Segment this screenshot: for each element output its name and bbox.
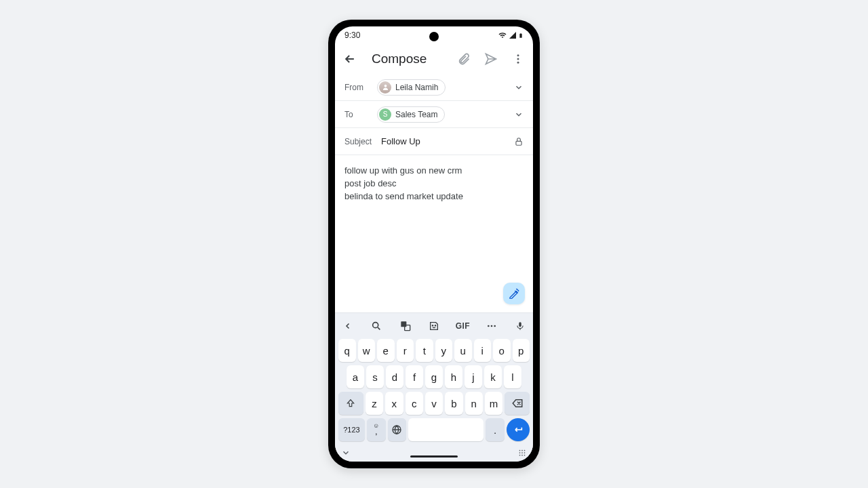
svg-point-3 <box>384 85 387 87</box>
sticker-icon <box>429 321 439 331</box>
kb-row-1: q w e r t y u i o p <box>338 339 530 362</box>
more-vertical-icon <box>512 53 524 65</box>
subject-row[interactable]: Subject Follow Up <box>335 128 533 155</box>
kb-gif[interactable]: GIF <box>454 318 471 334</box>
key-backspace[interactable] <box>505 392 530 415</box>
key-comma[interactable]: ☺ , <box>367 418 386 441</box>
kb-mic[interactable] <box>512 318 528 334</box>
chevron-down-icon <box>341 448 351 458</box>
magic-pen-icon <box>509 288 519 299</box>
phone-frame: 9:30 Compose From <box>328 20 540 468</box>
key-g[interactable]: g <box>425 365 443 388</box>
battery-icon <box>518 31 524 40</box>
key-q[interactable]: q <box>338 339 356 362</box>
key-o[interactable]: o <box>493 339 511 362</box>
back-button[interactable] <box>342 51 358 67</box>
key-x[interactable]: x <box>385 392 403 415</box>
key-k[interactable]: k <box>484 365 502 388</box>
chevron-left-icon <box>344 322 352 330</box>
nav-handle[interactable] <box>410 455 458 458</box>
svg-point-15 <box>519 450 521 451</box>
kb-translate[interactable] <box>397 318 414 334</box>
key-d[interactable]: d <box>386 365 403 388</box>
svg-point-21 <box>519 455 521 456</box>
chevron-down-icon <box>514 83 524 92</box>
enter-icon <box>513 424 524 435</box>
key-t[interactable]: t <box>416 339 433 362</box>
svg-point-17 <box>524 450 526 451</box>
svg-point-8 <box>432 325 433 326</box>
key-f[interactable]: f <box>406 365 423 388</box>
key-period[interactable]: . <box>486 418 505 441</box>
key-enter[interactable] <box>507 418 530 441</box>
body-line: follow up with gus on new crm <box>344 165 524 178</box>
svg-point-1 <box>517 58 519 60</box>
email-body[interactable]: follow up with gus on new crm post job d… <box>335 155 533 312</box>
avatar <box>379 81 391 94</box>
key-s[interactable]: s <box>366 365 384 388</box>
key-b[interactable]: b <box>445 392 462 415</box>
subject-input[interactable]: Follow Up <box>381 136 420 146</box>
expand-from[interactable] <box>514 83 524 92</box>
more-button[interactable] <box>510 51 526 67</box>
kb-collapse[interactable] <box>341 448 351 458</box>
key-j[interactable]: j <box>465 365 482 388</box>
to-chip[interactable]: S Sales Team <box>377 106 445 123</box>
key-m[interactable]: m <box>485 392 502 415</box>
kb-more[interactable] <box>484 318 500 334</box>
from-chip[interactable]: Leila Namih <box>377 79 446 96</box>
key-language[interactable] <box>388 418 407 441</box>
kb-switch[interactable] <box>517 448 527 458</box>
body-line: post job desc <box>344 178 524 190</box>
svg-point-12 <box>494 325 496 327</box>
svg-point-18 <box>519 452 521 453</box>
svg-point-22 <box>521 455 523 456</box>
key-z[interactable]: z <box>366 392 383 415</box>
key-e[interactable]: e <box>377 339 395 362</box>
key-i[interactable]: i <box>474 339 492 362</box>
person-icon <box>382 83 389 91</box>
svg-rect-13 <box>519 322 521 327</box>
wifi-icon <box>498 31 507 39</box>
to-name: Sales Team <box>395 110 437 119</box>
expand-to[interactable] <box>514 110 524 119</box>
key-symbols[interactable]: ?123 <box>338 418 365 441</box>
key-y[interactable]: y <box>435 339 453 362</box>
arrow-left-icon <box>343 52 357 66</box>
svg-point-19 <box>521 452 523 453</box>
key-space[interactable] <box>408 418 484 441</box>
key-a[interactable]: a <box>347 365 364 388</box>
key-u[interactable]: u <box>454 339 472 362</box>
kb-sticker[interactable] <box>426 318 442 334</box>
kb-row-4: ?123 ☺ , . <box>338 418 530 441</box>
keyboard-bottom <box>337 444 531 462</box>
confidential-button[interactable] <box>514 137 524 146</box>
smart-compose-fab[interactable] <box>503 283 525 304</box>
from-row[interactable]: From Leila Namih <box>335 74 533 101</box>
translate-icon <box>400 321 411 331</box>
key-c[interactable]: c <box>406 392 423 415</box>
from-label: From <box>344 83 370 92</box>
key-shift[interactable] <box>338 392 363 415</box>
key-v[interactable]: v <box>425 392 443 415</box>
key-l[interactable]: l <box>504 365 521 388</box>
key-p[interactable]: p <box>513 339 530 362</box>
svg-point-23 <box>524 455 526 456</box>
key-n[interactable]: n <box>465 392 483 415</box>
svg-point-9 <box>435 325 435 326</box>
kb-row-3: z x c v b n m <box>338 392 530 415</box>
from-name: Leila Namih <box>395 83 438 92</box>
globe-icon <box>391 424 402 435</box>
send-button[interactable] <box>483 51 499 67</box>
kb-row-2: a s d f g h j k l <box>338 365 530 388</box>
svg-point-2 <box>517 62 519 64</box>
signal-icon <box>509 31 517 39</box>
to-row[interactable]: To S Sales Team <box>335 101 533 128</box>
kb-search[interactable] <box>368 318 384 334</box>
key-w[interactable]: w <box>358 339 376 362</box>
mic-icon <box>515 321 525 331</box>
attach-button[interactable] <box>456 51 472 67</box>
kb-back[interactable] <box>340 318 356 334</box>
key-h[interactable]: h <box>445 365 462 388</box>
key-r[interactable]: r <box>397 339 414 362</box>
